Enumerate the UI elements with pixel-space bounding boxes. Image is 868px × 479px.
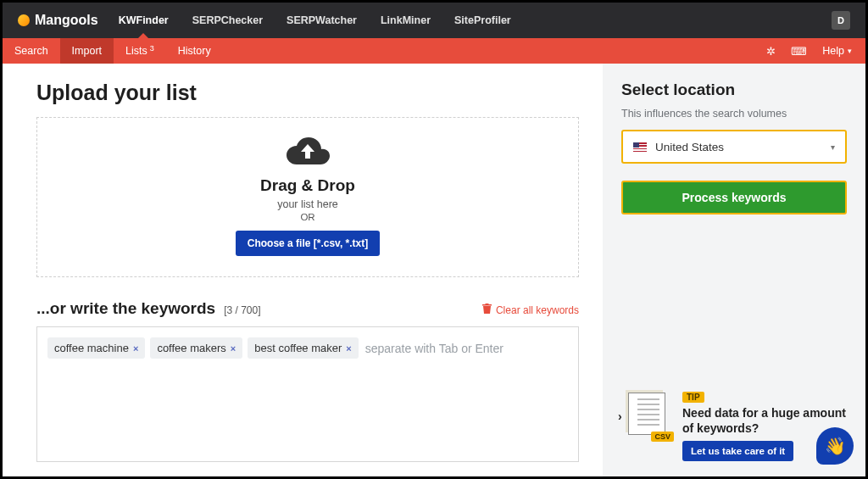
keyword-counter: [3 / 700] <box>224 304 260 316</box>
write-heading: ...or write the keywords <box>36 299 215 318</box>
help-menu[interactable]: Help ▾ <box>822 45 852 57</box>
process-keywords-button[interactable]: Process keywords <box>621 181 847 214</box>
upload-dropzone[interactable]: Drag & Drop your list here OR Choose a f… <box>36 117 579 277</box>
subnav-lists[interactable]: Lists 3 <box>114 38 166 64</box>
upload-heading: Upload your list <box>36 81 579 105</box>
brand-name: Mangools <box>35 13 98 28</box>
topnav-linkminer[interactable]: LinkMiner <box>381 3 431 37</box>
write-header-row: ...or write the keywords [3 / 700] Clear… <box>36 299 579 318</box>
topnav-siteprofiler[interactable]: SiteProfiler <box>454 3 511 37</box>
us-flag-icon <box>633 142 647 152</box>
dropzone-subtitle: your list here <box>46 198 570 210</box>
location-subtext: This influences the search volumes <box>621 108 847 120</box>
keyword-tag-text: coffee machine <box>54 342 129 354</box>
topnav-serpchecker[interactable]: SERPChecker <box>192 3 263 37</box>
tip-card: › CSV TIP Need data for a huge amount of… <box>621 389 847 461</box>
clear-keywords-label: Clear all keywords <box>496 304 579 316</box>
csv-sheet-icon: › CSV <box>621 389 672 440</box>
right-panel: Select location This influences the sear… <box>603 64 865 476</box>
tip-cta-button[interactable]: Let us take care of it <box>682 441 793 461</box>
brand-logo-icon <box>18 14 30 26</box>
location-heading: Select location <box>621 81 847 99</box>
remove-tag-icon[interactable]: × <box>133 343 138 354</box>
keywords-input-box[interactable]: coffee machine× coffee makers× best coff… <box>36 326 579 462</box>
topnav-items: KWFinder SERPChecker SERPWatcher LinkMin… <box>119 3 511 37</box>
keyword-input-placeholder[interactable]: separate with Tab or Enter <box>364 338 505 359</box>
subnav-lists-label: Lists <box>125 45 147 57</box>
topnav-serpwatcher[interactable]: SERPWatcher <box>287 3 357 37</box>
settings-gear-icon[interactable]: ✲ <box>766 45 776 58</box>
choose-file-button[interactable]: Choose a file [*.csv, *.txt] <box>236 231 380 256</box>
clear-keywords-link[interactable]: Clear all keywords <box>482 304 579 316</box>
dropzone-or: OR <box>46 212 570 222</box>
keyword-tag: best coffee maker× <box>248 337 359 359</box>
chevron-down-icon: ▾ <box>831 142 835 152</box>
wave-icon: 👋 <box>825 436 846 456</box>
location-value: United States <box>655 141 724 153</box>
keyword-tag: coffee machine× <box>47 337 145 359</box>
keyboard-icon[interactable]: ⌨ <box>791 45 807 58</box>
left-panel: Upload your list Drag & Drop your list h… <box>3 64 603 476</box>
chevron-down-icon: ▾ <box>848 47 852 55</box>
sub-nav: Search Import Lists 3 History ✲ ⌨ Help ▾ <box>3 38 865 64</box>
topnav-kwfinder[interactable]: KWFinder <box>119 3 169 37</box>
help-label: Help <box>822 45 844 57</box>
location-select[interactable]: United States ▾ <box>621 130 847 164</box>
csv-badge: CSV <box>651 432 674 442</box>
brand[interactable]: Mangools <box>18 13 98 28</box>
chat-fab[interactable]: 👋 <box>816 427 854 465</box>
dropzone-title: Drag & Drop <box>46 176 570 195</box>
remove-tag-icon[interactable]: × <box>346 343 351 354</box>
cloud-upload-icon <box>285 135 331 171</box>
main-area: Upload your list Drag & Drop your list h… <box>3 64 865 476</box>
tip-badge: TIP <box>682 392 704 403</box>
keyword-tag-text: coffee makers <box>157 342 225 354</box>
subnav-search[interactable]: Search <box>3 38 60 64</box>
remove-tag-icon[interactable]: × <box>231 343 236 354</box>
topnav-right: D <box>832 11 850 30</box>
user-avatar[interactable]: D <box>832 11 850 30</box>
subnav-import[interactable]: Import <box>60 38 114 64</box>
keyword-tag-text: best coffee maker <box>254 342 342 354</box>
subnav-history[interactable]: History <box>166 38 223 64</box>
subnav-lists-count: 3 <box>150 44 154 53</box>
top-nav: Mangools KWFinder SERPChecker SERPWatche… <box>3 3 865 38</box>
keyword-tag: coffee makers× <box>150 337 242 359</box>
keyword-tags: coffee machine× coffee makers× best coff… <box>47 337 568 359</box>
trash-icon <box>482 304 492 316</box>
